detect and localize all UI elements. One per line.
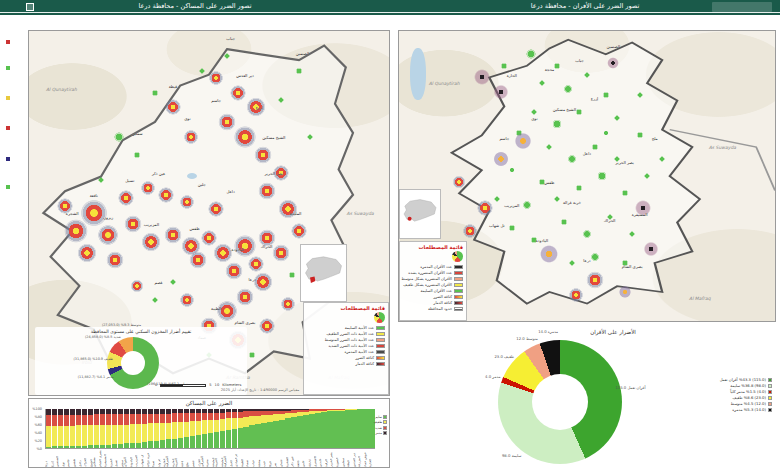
town-label: جلين — [198, 181, 206, 186]
stacked-bar[interactable] — [321, 409, 326, 448]
donut-slice-label: أفران تعمل 115.0 — [615, 384, 645, 389]
stacked-bar[interactable] — [333, 409, 338, 448]
stacked-bar[interactable] — [136, 409, 141, 448]
legend-label: حدود المحافظة — [428, 306, 452, 311]
bar-segment — [345, 410, 350, 448]
right-map-title: تصور الضرر على الأفران - محافظة درعا — [531, 2, 640, 10]
stacked-bar[interactable] — [261, 409, 266, 448]
stacked-bar[interactable] — [118, 409, 123, 448]
stacked-bar[interactable] — [172, 409, 177, 448]
stacked-bar[interactable] — [130, 409, 135, 448]
town-label: محجة — [545, 66, 554, 71]
bar-segment — [214, 432, 219, 448]
stacked-bar[interactable] — [64, 409, 69, 448]
stacked-bar[interactable] — [88, 409, 93, 448]
stacked-bar[interactable] — [70, 409, 75, 448]
stacked-bar[interactable] — [142, 409, 147, 448]
stacked-bar[interactable] — [255, 409, 260, 448]
heat-blob — [122, 213, 144, 235]
town-label: الطيبة — [211, 305, 221, 310]
stacked-bar[interactable] — [220, 409, 225, 448]
ovens-damage-map[interactable]: الصنمينجبابمحجةالحارةإزرعالشيخ مسكيننوىج… — [398, 30, 776, 322]
stacked-bar[interactable] — [303, 409, 308, 448]
stacked-bar[interactable] — [309, 409, 314, 448]
stacked-bar[interactable] — [76, 409, 81, 448]
stacked-bar[interactable] — [243, 409, 248, 448]
share-icon[interactable] — [26, 3, 34, 11]
stacked-bar[interactable] — [58, 409, 63, 448]
donut-slice-label: (27,053.0) %9.3 متوسط — [102, 323, 141, 327]
legend-swatch — [454, 283, 463, 287]
stacked-bar[interactable] — [351, 409, 356, 448]
stacked-bar[interactable] — [226, 409, 231, 448]
bar-segment — [238, 418, 243, 428]
stacked-bar[interactable] — [202, 409, 207, 448]
x-tick-label: المزيريب — [135, 450, 140, 467]
stacked-bar[interactable] — [279, 409, 284, 448]
stacked-bar[interactable] — [196, 409, 201, 448]
bar-segment — [118, 444, 123, 448]
heat-blob — [620, 189, 629, 198]
stacked-bar[interactable] — [327, 409, 332, 448]
town-label: جاسم — [211, 98, 221, 103]
bar-segment — [166, 439, 171, 448]
legend-label: عدد الأفران السليمة — [420, 288, 452, 293]
bar-segment — [172, 422, 177, 438]
stacked-bar[interactable] — [339, 409, 344, 448]
x-tick-label: نمر — [274, 450, 279, 467]
x-tick-label: تسيل — [115, 450, 120, 467]
legend-swatch — [454, 289, 463, 293]
legend-item: (14.0) %5.3 مدمرة — [680, 407, 772, 412]
stacked-bar[interactable] — [190, 409, 195, 448]
donut-slice-label: (31,865.0) %10.9 طفيف — [73, 357, 113, 361]
x-tick-label: زيزون — [308, 450, 313, 467]
legend-item: عدد الأفران السليمة — [403, 288, 463, 293]
stacked-bar[interactable] — [291, 409, 296, 448]
stacked-bar[interactable] — [249, 409, 254, 448]
bar-segment — [70, 426, 75, 446]
stacked-bar[interactable] — [148, 409, 153, 448]
stacked-bar[interactable] — [160, 409, 165, 448]
heat-blob — [575, 183, 584, 192]
stacked-bar[interactable] — [267, 409, 272, 448]
stacked-bar[interactable] — [46, 409, 51, 448]
stacked-bar[interactable] — [154, 409, 159, 448]
heat-blob — [508, 167, 515, 174]
stacked-bar[interactable] — [297, 409, 302, 448]
stacked-bar[interactable] — [208, 409, 213, 448]
bar-chart-plot[interactable] — [45, 409, 375, 449]
stacked-bar[interactable] — [100, 409, 105, 448]
stacked-bar[interactable] — [345, 409, 350, 448]
stacked-bar[interactable] — [112, 409, 117, 448]
legend-item: عدد الأبنية ذات الضرر المتوسط — [307, 337, 385, 342]
syria-silhouette — [301, 245, 346, 301]
heat-blob — [112, 130, 126, 144]
stacked-bar[interactable] — [363, 409, 368, 448]
housing-damage-map[interactable]: جبابالصنميندير العدسجاسمإزرعنوىالشيخ مسك… — [28, 30, 390, 396]
stacked-bar[interactable] — [238, 409, 243, 448]
heat-blob — [207, 69, 225, 87]
stacked-bar[interactable] — [124, 409, 129, 448]
stacked-bar[interactable] — [315, 409, 320, 448]
stacked-bar[interactable] — [357, 409, 362, 448]
stacked-bar[interactable] — [285, 409, 290, 448]
stacked-bar[interactable] — [273, 409, 278, 448]
x-tick-label: المليحة الشرقية — [221, 450, 229, 467]
stacked-bar[interactable] — [232, 409, 237, 448]
legend-label: عدد الأبنية ذات الضرر المتوسط — [325, 337, 374, 342]
bar-segment — [232, 429, 237, 448]
stacked-bar[interactable] — [106, 409, 111, 448]
stacked-bar[interactable] — [82, 409, 87, 448]
stacked-bar[interactable] — [166, 409, 171, 448]
stacked-bar[interactable] — [369, 409, 374, 448]
stacked-bar[interactable] — [94, 409, 99, 448]
stacked-bar[interactable] — [178, 409, 183, 448]
pie-icon — [452, 251, 463, 262]
bar-segment — [208, 420, 213, 433]
bar-segment — [58, 415, 63, 426]
stacked-bar[interactable] — [52, 409, 57, 448]
stacked-bar[interactable] — [214, 409, 219, 448]
stacked-bar[interactable] — [184, 409, 189, 448]
y-tick-label: %20 — [34, 439, 42, 443]
x-tick-label: صماد — [246, 450, 251, 467]
